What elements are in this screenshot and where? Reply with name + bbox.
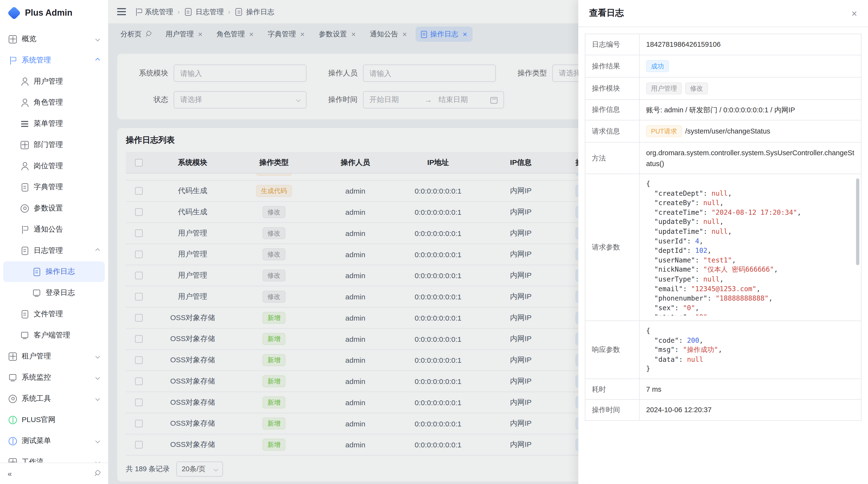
cost-value: 7 ms (646, 384, 661, 394)
sidebar-item[interactable]: 参数设置 (3, 198, 105, 219)
chevron-icon (95, 439, 100, 443)
status-badge: 成功 (646, 60, 669, 72)
test-menu-icon (9, 437, 17, 445)
brand-name: Plus Admin (25, 8, 72, 18)
sidebar-item[interactable]: 部门管理 (3, 134, 105, 155)
sidebar-item[interactable]: 用户管理 (3, 71, 105, 92)
request-params-code[interactable]: { "createDept": null, "createBy": null, … (640, 174, 861, 321)
chevron-icon (95, 248, 100, 253)
dictionary-icon (22, 183, 28, 191)
sidebar-item[interactable]: 操作日志 (3, 261, 105, 282)
app-root: Plus Admin 概览 系统管理 用户管理 角色管理 菜单管理 部门管理 岗… (0, 0, 868, 484)
detail-row-id: 日志编号 1842781986426159106 (585, 34, 861, 55)
detail-row-request: 请求信息 PUT请求 /system/user/changeStatus (585, 121, 861, 143)
sidebar-item[interactable]: 系统监控 (3, 367, 105, 388)
detail-row-time: 操作时间 2024-10-06 12:20:37 (585, 400, 861, 420)
chevron-icon (95, 37, 100, 41)
detail-row-info: 操作信息 账号: admin / 研发部门 / 0:0:0:0:0:0:0:1 … (585, 100, 861, 121)
dashboard-icon (9, 35, 17, 43)
role-icon (21, 98, 29, 106)
request-url-value: /system/user/changeStatus (685, 126, 770, 137)
file-icon (22, 310, 28, 318)
detail-row-method: 方法 org.dromara.system.controller.system.… (585, 143, 861, 174)
notice-icon (21, 225, 29, 233)
detail-row-cost: 耗时 7 ms (585, 379, 861, 400)
sidebar-item[interactable]: 系统工具 (3, 388, 105, 409)
chevron-icon (95, 460, 100, 462)
log-id-value: 1842781986426159106 (646, 39, 721, 50)
chevron-icon (95, 354, 100, 359)
close-icon[interactable]: × (851, 8, 857, 18)
module-badge: 用户管理 (646, 82, 682, 94)
response-params-code: { "code": 200, "msg": "操作成功", "data": nu… (640, 321, 861, 379)
operation-type-badge: 修改 (685, 82, 708, 94)
sidebar-item[interactable]: 概览 (3, 29, 105, 50)
operation-log-icon (33, 267, 40, 276)
java-method-value: org.dromara.system.controller.system.Sys… (646, 148, 855, 169)
website-icon (9, 416, 17, 424)
log-detail-drawer: 查看日志 × 日志编号 1842781986426159106 操作结果 成功 … (579, 0, 868, 484)
workflow-icon (9, 458, 17, 462)
http-method-badge: PUT请求 (646, 125, 682, 137)
pin-sidebar-icon[interactable] (93, 469, 102, 478)
detail-row-module: 操作模块 用户管理 修改 (585, 77, 861, 100)
parameter-icon (21, 204, 29, 212)
operation-info-value: 账号: admin / 研发部门 / 0:0:0:0:0:0:0:1 / 内网I… (646, 104, 795, 115)
sidebar-item[interactable]: 通知公告 (3, 219, 105, 240)
log-icon (22, 247, 28, 255)
brand-logo-icon (7, 6, 21, 20)
brand: Plus Admin (0, 0, 108, 26)
collapse-sidebar-icon[interactable]: « (8, 469, 12, 478)
sidebar-footer: « (0, 462, 108, 484)
detail-row-result: 操作结果 成功 (585, 55, 861, 77)
system-icon (9, 56, 17, 64)
sidebar: Plus Admin 概览 系统管理 用户管理 角色管理 菜单管理 部门管理 岗… (0, 0, 108, 484)
sidebar-item[interactable]: 工作流 (3, 452, 105, 462)
post-icon (21, 162, 29, 170)
menu-icon (21, 120, 29, 128)
drawer-title: 查看日志 (589, 8, 624, 19)
sidebar-item[interactable]: PLUS官网 (3, 410, 105, 430)
operation-time-value: 2024-10-06 12:20:37 (646, 405, 712, 416)
sidebar-nav: 概览 系统管理 用户管理 角色管理 菜单管理 部门管理 岗位管理 字典管理 参数… (0, 26, 108, 462)
detail-row-request-params: 请求参数 { "createDept": null, "createBy": n… (585, 174, 861, 321)
chevron-icon (95, 58, 100, 62)
drawer-header: 查看日志 × (579, 0, 868, 27)
detail-row-response-params: 响应参数 { "code": 200, "msg": "操作成功", "data… (585, 321, 861, 379)
sidebar-item[interactable]: 日志管理 (3, 240, 105, 261)
sidebar-item[interactable]: 字典管理 (3, 177, 105, 198)
department-icon (21, 141, 29, 149)
sidebar-item[interactable]: 客户端管理 (3, 325, 105, 346)
tool-icon (9, 394, 17, 403)
chevron-icon (95, 375, 100, 380)
chevron-icon (95, 396, 100, 401)
login-log-icon (33, 289, 41, 297)
tenant-icon (9, 352, 17, 360)
drawer-body: 日志编号 1842781986426159106 操作结果 成功 操作模块 用户… (579, 27, 868, 484)
log-detail-table: 日志编号 1842781986426159106 操作结果 成功 操作模块 用户… (585, 34, 862, 421)
sidebar-item[interactable]: 岗位管理 (3, 156, 105, 176)
sidebar-item[interactable]: 文件管理 (3, 304, 105, 324)
user-icon (21, 77, 29, 86)
sidebar-item[interactable]: 系统管理 (3, 50, 105, 71)
sidebar-item[interactable]: 租户管理 (3, 346, 105, 367)
scrollbar-thumb[interactable] (856, 179, 860, 265)
sidebar-item[interactable]: 登录日志 (3, 283, 105, 303)
monitor-icon (9, 374, 17, 382)
sidebar-item[interactable]: 菜单管理 (3, 113, 105, 134)
sidebar-item[interactable]: 角色管理 (3, 92, 105, 113)
sidebar-item[interactable]: 测试菜单 (3, 431, 105, 451)
client-icon (21, 331, 29, 340)
